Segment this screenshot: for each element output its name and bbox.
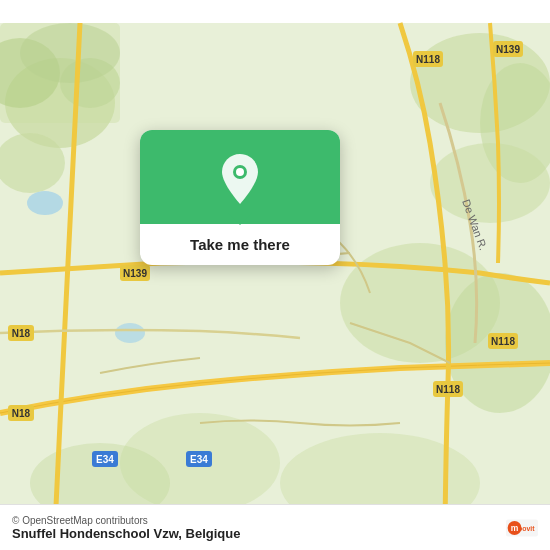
location-pin-icon (218, 152, 262, 206)
svg-text:E34: E34 (190, 454, 208, 465)
svg-text:oovit: oovit (518, 524, 535, 531)
map-container: N118 N139 N139 N18 E34 E34 N118 N118 N18… (0, 0, 550, 550)
osm-attribution: © OpenStreetMap contributors (12, 515, 240, 526)
svg-text:E34: E34 (96, 454, 114, 465)
svg-point-15 (27, 191, 63, 215)
svg-text:N118: N118 (491, 336, 515, 347)
svg-text:N118: N118 (436, 384, 460, 395)
svg-text:N18: N18 (12, 328, 31, 339)
svg-text:N118: N118 (416, 54, 440, 65)
moovit-icon: m oovit (506, 512, 538, 544)
svg-point-16 (115, 323, 145, 343)
svg-point-9 (430, 143, 550, 223)
svg-point-6 (20, 23, 120, 83)
svg-text:N18: N18 (12, 408, 31, 419)
svg-point-37 (236, 168, 244, 176)
svg-text:N139: N139 (123, 268, 147, 279)
popup-header (140, 130, 340, 224)
bottom-bar: © OpenStreetMap contributors Snuffel Hon… (0, 504, 550, 550)
moovit-logo: m oovit (506, 512, 538, 544)
bottom-left-info: © OpenStreetMap contributors Snuffel Hon… (12, 515, 240, 541)
svg-text:N139: N139 (496, 44, 520, 55)
popup-card[interactable]: Take me there (140, 130, 340, 265)
map-background: N118 N139 N139 N18 E34 E34 N118 N118 N18… (0, 0, 550, 550)
take-me-there-button[interactable]: Take me there (174, 224, 306, 265)
location-name: Snuffel Hondenschool Vzw, Belgique (12, 526, 240, 541)
